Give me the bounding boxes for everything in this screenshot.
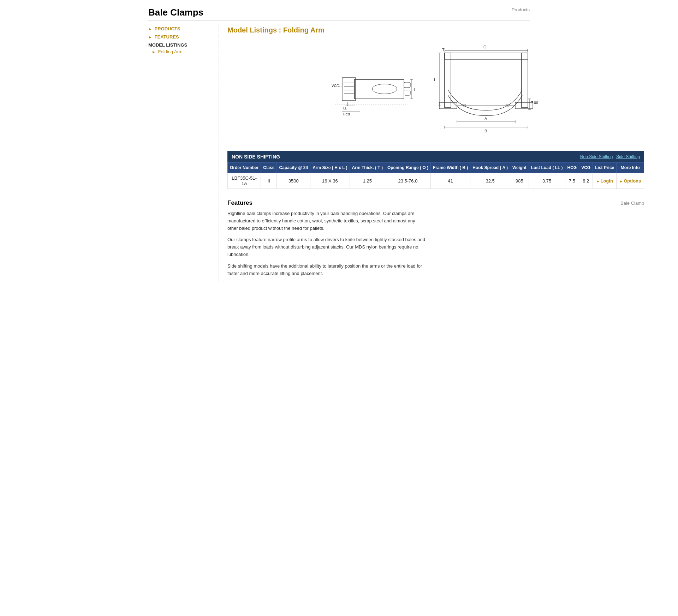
svg-rect-33	[445, 53, 528, 59]
col-hook-spread: Hook Spread ( A )	[470, 163, 510, 173]
cell-weight: 985	[510, 173, 529, 189]
svg-text:A: A	[484, 116, 487, 121]
svg-text:HCG: HCG	[343, 113, 350, 116]
diagram-side-view-svg: H VCG LL HCG	[330, 44, 415, 136]
svg-rect-0	[355, 79, 404, 99]
page-title: Bale Clamps	[148, 7, 203, 18]
svg-text:O: O	[483, 45, 487, 49]
sidebar-item-folding-arm[interactable]: ► Folding Arm	[148, 49, 215, 54]
col-order-number: Order Number	[228, 163, 261, 173]
cell-arm-size: 16 X 36	[310, 173, 350, 189]
cell-list-price[interactable]: ►Login	[593, 173, 617, 189]
table-section-title: NON SIDE SHIFTING	[232, 154, 280, 160]
col-lost-load: Lost Load ( LL )	[529, 163, 565, 173]
arrow-icon: ►	[148, 27, 152, 31]
diagram-left: H VCG LL HCG	[330, 44, 415, 137]
table-header: NON SIDE SHIFTING Non Side Shifting Side…	[227, 151, 644, 162]
table-row: LBF35C-51-1A II 3500 16 X 36 1.25 23.5-7…	[228, 173, 644, 189]
features-section: Features Bale Clamp Rightline bale clamp…	[227, 199, 644, 281]
col-vcg: VCG	[579, 163, 593, 173]
features-paragraph-1: Rightline bale clamps increase productiv…	[227, 210, 425, 232]
diagram-right: T O L	[429, 41, 542, 140]
col-frame-width: Frame Width ( B )	[430, 163, 470, 173]
cell-capacity: 3500	[277, 173, 310, 189]
col-hcg: HCG	[565, 163, 579, 173]
cell-hook-spread: 32.5	[470, 173, 510, 189]
diagram-front-view-svg: T O L	[429, 41, 542, 139]
cell-opening-range: 23.5-76.0	[385, 173, 430, 189]
main-content: Model Listings : Folding Arm	[219, 24, 644, 281]
page-header: Bale Clamps Products	[148, 4, 530, 20]
svg-text:LL: LL	[343, 107, 347, 110]
model-listings-label: MODEL LISTINGS	[148, 42, 215, 48]
sidebar-link-folding-arm[interactable]: Folding Arm	[158, 49, 183, 54]
svg-text:VCG: VCG	[332, 84, 339, 88]
sidebar-item-products[interactable]: ► PRODUCTS	[148, 26, 215, 31]
sidebar-link-features[interactable]: FEATURES	[155, 34, 179, 40]
col-arm-thick: Arm Thick. ( T )	[350, 163, 385, 173]
col-arm-size: Arm Size ( H x L )	[310, 163, 350, 173]
options-link[interactable]: Options	[624, 178, 641, 184]
cell-hcg: 7.5	[565, 173, 579, 189]
svg-text:H: H	[414, 88, 415, 91]
features-header: Features Bale Clamp	[227, 199, 644, 207]
table-header-links: Non Side Shifting Side Shifting	[578, 154, 640, 159]
svg-rect-7	[404, 82, 410, 88]
svg-text:T: T	[442, 48, 445, 52]
features-paragraph-3: Side shifting models have the additional…	[227, 263, 425, 277]
svg-point-1	[372, 84, 397, 94]
svg-text:7.06: 7.06	[531, 101, 538, 105]
cell-order-number: LBF35C-51-1A	[228, 173, 261, 189]
arrow-icon: ►	[152, 50, 156, 54]
cell-more-info[interactable]: ►Options	[617, 173, 644, 189]
main-layout: ► PRODUCTS ► FEATURES MODEL LISTINGS ► F…	[148, 24, 530, 281]
svg-rect-8	[404, 90, 410, 95]
sidebar-link-products[interactable]: PRODUCTS	[155, 26, 180, 31]
cell-vcg: 8.2	[579, 173, 593, 189]
side-shifting-link[interactable]: Side Shifting	[616, 154, 640, 159]
svg-rect-31	[445, 53, 451, 108]
sidebar: ► PRODUCTS ► FEATURES MODEL LISTINGS ► F…	[148, 24, 219, 281]
sidebar-item-model-listings: MODEL LISTINGS ► Folding Arm	[148, 42, 215, 54]
col-capacity: Capacity @ 24	[277, 163, 310, 173]
cell-lost-load: 3.75	[529, 173, 565, 189]
col-weight: Weight	[510, 163, 529, 173]
arrow-icon: ►	[148, 35, 152, 39]
cell-frame-width: 41	[430, 173, 470, 189]
col-class: Class	[261, 163, 277, 173]
content-title: Model Listings : Folding Arm	[227, 26, 644, 34]
content-title-highlight: Folding Arm	[283, 26, 325, 34]
svg-rect-32	[522, 53, 528, 108]
sidebar-item-features[interactable]: ► FEATURES	[148, 34, 215, 40]
features-subtitle: Bale Clamp	[620, 201, 644, 206]
table-section: NON SIDE SHIFTING Non Side Shifting Side…	[227, 151, 644, 189]
col-list-price: List Price	[593, 163, 617, 173]
svg-rect-2	[342, 78, 356, 101]
data-table: Order Number Class Capacity @ 24 Arm Siz…	[227, 162, 644, 189]
col-more-info: More Info	[617, 163, 644, 173]
col-opening-range: Opening Range ( O )	[385, 163, 430, 173]
features-paragraph-2: Our clamps feature narrow profile arms t…	[227, 236, 425, 258]
login-link[interactable]: Login	[600, 178, 613, 184]
non-side-shifting-link[interactable]: Non Side Shifting	[580, 154, 613, 159]
cell-class: II	[261, 173, 277, 189]
breadcrumb: Products	[512, 7, 530, 12]
svg-text:L: L	[434, 78, 436, 82]
content-title-text: Model Listings :	[227, 26, 283, 34]
features-title: Features	[227, 199, 252, 207]
svg-text:B: B	[484, 129, 487, 133]
table-header-row: Order Number Class Capacity @ 24 Arm Siz…	[228, 163, 644, 173]
diagrams-area: H VCG LL HCG	[227, 41, 644, 140]
cell-arm-thick: 1.25	[350, 173, 385, 189]
